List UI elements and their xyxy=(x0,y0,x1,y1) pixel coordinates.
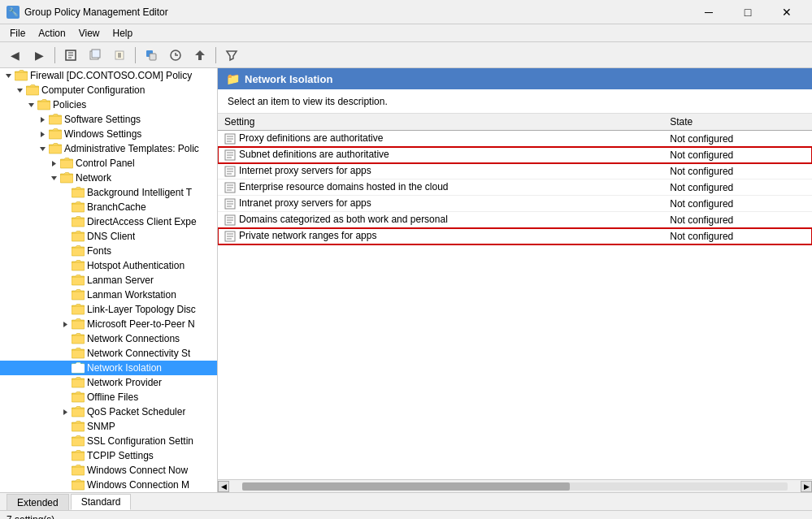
expand-icon-root[interactable] xyxy=(2,69,15,82)
tree-label-ssl-config: SSL Configuration Settin xyxy=(87,435,193,447)
folder-icon-fonts xyxy=(72,245,85,257)
tree-label-control-panel: Control Panel xyxy=(76,158,135,169)
menu-item-view[interactable]: View xyxy=(72,26,106,41)
tree-item-admin-templates[interactable]: Administrative Templates: Polic xyxy=(0,141,217,156)
setting-state: Not configured xyxy=(663,228,812,244)
table-row[interactable]: Internet proxy servers for appsNot confi… xyxy=(218,163,812,179)
expand-icon-network[interactable] xyxy=(47,171,60,184)
tree-item-network-isolation[interactable]: Network Isolation xyxy=(0,361,217,375)
tree-panel[interactable]: Firewall [DC.CONTOSO.COM] Policy Compute… xyxy=(0,68,218,492)
tab-extended[interactable]: Extended xyxy=(7,494,69,510)
menu-item-action[interactable]: Action xyxy=(32,26,72,41)
expand-icon-branchcache xyxy=(59,201,72,214)
expand-icon-network-connections xyxy=(59,332,72,345)
tree-item-branchcache[interactable]: BranchCache xyxy=(0,200,217,214)
tree-item-network-connectivity[interactable]: Network Connectivity St xyxy=(0,346,217,361)
tab-standard[interactable]: Standard xyxy=(71,494,132,510)
table-row[interactable]: Enterprise resource domains hosted in th… xyxy=(218,179,812,196)
svg-marker-16 xyxy=(52,161,56,167)
expand-icon-computer-config[interactable] xyxy=(13,84,26,97)
toolbar-btn-6[interactable] xyxy=(189,45,211,66)
table-row[interactable]: Private network ranges for appsNot confi… xyxy=(218,228,812,244)
tree-label-tcpip: TCPIP Settings xyxy=(87,450,154,461)
folder-icon-offline-files xyxy=(72,391,85,403)
tree-item-policies[interactable]: Policies xyxy=(0,97,217,112)
tree-item-microsoft-peer[interactable]: Microsoft Peer-to-Peer N xyxy=(0,317,217,331)
toolbar-filter-button[interactable] xyxy=(220,45,243,66)
tree-item-control-panel[interactable]: Control Panel xyxy=(0,156,217,171)
toolbar-forward-button[interactable]: ▶ xyxy=(28,45,50,66)
tree-item-software-settings[interactable]: Software Settings xyxy=(0,112,217,127)
tree-item-hotspot-auth[interactable]: Hotspot Authentication xyxy=(0,258,217,273)
tree-item-snmp[interactable]: SNMP xyxy=(0,419,217,434)
setting-name: Domains categorized as both work and per… xyxy=(218,212,663,228)
toolbar-btn-4[interactable] xyxy=(140,45,163,66)
col-state: State xyxy=(663,114,812,131)
maximize-button[interactable]: □ xyxy=(729,0,766,24)
folder-icon-windows-settings xyxy=(49,128,62,140)
tree-item-network-provider[interactable]: Network Provider xyxy=(0,375,217,390)
expand-icon-qos-packet[interactable] xyxy=(59,405,72,418)
expand-icon-microsoft-peer[interactable] xyxy=(59,318,72,331)
expand-icon-control-panel[interactable] xyxy=(47,157,60,170)
menu-item-help[interactable]: Help xyxy=(106,26,140,41)
tree-item-directaccess[interactable]: DirectAccess Client Expe xyxy=(0,214,217,229)
expand-icon-windows-settings[interactable] xyxy=(36,128,49,141)
folder-icon-network-provider xyxy=(72,377,85,388)
expand-icon-admin-templates[interactable] xyxy=(36,142,49,155)
tree-item-lanman-server[interactable]: Lanman Server xyxy=(0,273,217,288)
setting-icon xyxy=(224,149,236,161)
tree-label-lanman-server: Lanman Server xyxy=(87,275,154,286)
tree-label-policies: Policies xyxy=(53,99,86,110)
toolbar-btn-1[interactable] xyxy=(59,45,82,66)
tree-item-network-connections[interactable]: Network Connections xyxy=(0,331,217,346)
tree-item-windows-connect-now[interactable]: Windows Connect Now xyxy=(0,463,217,478)
toolbar-btn-5[interactable] xyxy=(164,45,187,66)
tree-item-link-layer[interactable]: Link-Layer Topology Disc xyxy=(0,302,217,317)
svg-marker-18 xyxy=(63,322,67,327)
table-row[interactable]: Proxy definitions are authoritativeNot c… xyxy=(218,131,812,147)
tree-item-root[interactable]: Firewall [DC.CONTOSO.COM] Policy xyxy=(0,68,217,83)
table-row[interactable]: Domains categorized as both work and per… xyxy=(218,212,812,228)
folder-icon-network-connections xyxy=(72,333,85,344)
tree-item-ssl-config[interactable]: SSL Configuration Settin xyxy=(0,434,217,448)
toolbar-separator-2 xyxy=(135,47,136,63)
horizontal-scrollbar[interactable]: ◀ ▶ xyxy=(218,479,812,492)
tree-item-tcpip[interactable]: TCPIP Settings xyxy=(0,448,217,463)
tree-item-windows-connection-m[interactable]: Windows Connection M xyxy=(0,478,217,492)
tree-item-fonts[interactable]: Fonts xyxy=(0,244,217,258)
table-row[interactable]: Subnet definitions are authoritativeNot … xyxy=(218,147,812,163)
toolbar-back-button[interactable]: ◀ xyxy=(3,45,26,66)
expand-icon-software-settings[interactable] xyxy=(36,113,49,126)
minimize-button[interactable]: ─ xyxy=(690,0,727,24)
close-button[interactable]: ✕ xyxy=(768,0,805,24)
tree-item-network[interactable]: Network xyxy=(0,171,217,185)
table-row[interactable]: Intranet proxy servers for appsNot confi… xyxy=(218,196,812,212)
toolbar-btn-2[interactable] xyxy=(84,45,106,66)
folder-icon-branchcache xyxy=(72,201,85,213)
tree-item-dns-client[interactable]: DNS Client xyxy=(0,229,217,244)
folder-icon-computer-config xyxy=(26,84,39,96)
setting-state: Not configured xyxy=(663,163,812,179)
folder-icon-windows-connect-now xyxy=(72,465,85,476)
tree-item-offline-files[interactable]: Offline Files xyxy=(0,390,217,404)
expand-icon-windows-connection-m xyxy=(59,478,72,491)
tree-label-computer-config: Computer Configuration xyxy=(41,84,145,96)
tree-item-windows-settings[interactable]: Windows Settings xyxy=(0,127,217,141)
tree-item-computer-config[interactable]: Computer Configuration xyxy=(0,83,217,97)
folder-icon-link-layer xyxy=(72,304,85,315)
tree-item-qos-packet[interactable]: QoS Packet Scheduler xyxy=(0,404,217,419)
expand-icon-policies[interactable] xyxy=(24,98,37,111)
expand-icon-lanman-server xyxy=(59,274,72,287)
settings-table[interactable]: Setting State Proxy definitions are auth… xyxy=(218,114,812,479)
menu-item-file[interactable]: File xyxy=(3,26,32,41)
tree-label-snmp: SNMP xyxy=(87,421,115,432)
tree-item-background-intelligent[interactable]: Background Intelligent T xyxy=(0,185,217,200)
right-panel: 📁 Network Isolation Select an item to vi… xyxy=(218,68,812,492)
tree-label-windows-settings: Windows Settings xyxy=(64,128,141,140)
expand-icon-network-provider xyxy=(59,376,72,389)
setting-icon xyxy=(224,198,236,210)
toolbar-btn-3[interactable] xyxy=(108,45,131,66)
panel-description: Select an item to view its description. xyxy=(218,89,812,114)
tree-item-lanman-workstation[interactable]: Lanman Workstation xyxy=(0,288,217,302)
